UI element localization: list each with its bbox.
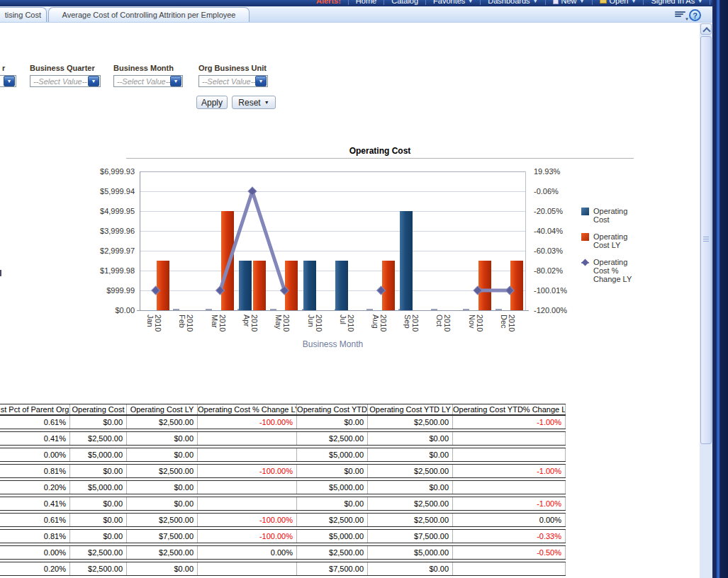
table-cell: $7,500.00 [296, 562, 367, 575]
tab-average-cost-controlling-attrition[interactable]: Average Cost of Controlling Attrition pe… [48, 7, 250, 22]
menu-item-label: Catalog [391, 0, 418, 5]
menu-item-new[interactable]: New▼ [546, 0, 593, 5]
menu-item-home[interactable]: Home [349, 0, 384, 5]
legend-swatch-icon [581, 208, 589, 215]
dropdown-arrow-icon[interactable]: ▼ [170, 76, 181, 86]
table-cell: -0.33% [452, 530, 566, 543]
table-cell: -100.00% [197, 530, 296, 543]
operating-cost-chart[interactable]: Jan2010Feb2010Mar2010Apr2010May2010Jun20… [140, 171, 526, 310]
table-cell: 0.81% [0, 465, 69, 477]
menu-item-favorites[interactable]: Favorites▼ [426, 0, 481, 5]
table-row: 0.00%$5,000.00$0.00$5,000.00$0.00 [0, 448, 566, 462]
dropdown-arrow-icon[interactable]: ▼ [255, 76, 267, 86]
page-options-caret-icon: ▼ [685, 17, 689, 21]
table-cell: $2,500.00 [296, 546, 367, 559]
reset-caret-icon: ▼ [264, 100, 269, 105]
table-cell [197, 497, 296, 510]
table-cell: $0.00 [69, 465, 126, 477]
tab-advertising-cost[interactable]: tising Cost [0, 7, 47, 22]
table-cell: $0.00 [296, 497, 367, 510]
menu-item-label: Dashboards [488, 0, 530, 5]
apply-button[interactable]: Apply [196, 96, 228, 109]
scrollbar-up-arrow[interactable] [700, 23, 712, 35]
legend-label: Operating Cost [593, 207, 636, 224]
prompt-label-cut: r [2, 64, 5, 72]
table-cell: 0.00% [0, 448, 69, 461]
legend-entry: Operating Cost [581, 207, 638, 224]
tab-label: Average Cost of Controlling Attrition pe… [62, 11, 236, 19]
legend-line-diamond-icon [581, 259, 589, 266]
table-cell: -1.00% [452, 497, 566, 510]
org-business-unit-dropdown[interactable]: --Select Value-- ▼ [198, 75, 268, 87]
menu-item-catalog[interactable]: Catalog [384, 0, 426, 5]
menu-item-open[interactable]: Open▼ [593, 0, 644, 5]
left-axis-tick-label: $0.00 [74, 306, 135, 314]
line-marker-diamond-icon [377, 286, 386, 295]
x-axis-label-oct: Oct2010 [435, 314, 451, 332]
x-axis-label-sep: Sep2010 [403, 314, 419, 332]
business-month-dropdown[interactable]: --Select Value-- ▼ [113, 75, 183, 87]
table-cell: 0.00% [452, 514, 566, 526]
reset-button[interactable]: Reset ▼ [232, 96, 276, 109]
x-axis-label-may: May2010 [274, 314, 290, 332]
table-cell: 0.00% [0, 546, 69, 559]
table-cell: $2,500.00 [367, 416, 452, 429]
table-cell: $7,500.00 [126, 530, 197, 543]
x-axis-label-feb: Feb2010 [178, 314, 194, 332]
dropdown-arrow-icon[interactable]: ▼ [88, 76, 99, 86]
window-edge [712, 0, 728, 578]
left-axis-tick-label: $1,999.98 [74, 266, 135, 275]
right-axis-tick-label: 19.93% [534, 167, 583, 176]
business-quarter-dropdown[interactable]: --Select Value-- ▼ [30, 75, 101, 87]
prompt-dropdown-cut[interactable]: ▼ [0, 75, 16, 87]
table-cell: $0.00 [296, 465, 367, 477]
caret-down-icon: ▼ [631, 0, 636, 4]
left-axis-tick-label: $999.99 [74, 286, 135, 295]
prompt-label-business-quarter: Business Quarter [30, 64, 95, 72]
table-cell: $5,000.00 [296, 530, 367, 543]
menu-item-label: Signed In As [651, 0, 695, 5]
x-axis-label-aug: Aug2010 [371, 314, 387, 332]
menu-item-signed-in-as[interactable]: Signed In As▼ [644, 0, 710, 5]
caret-down-icon: ▼ [468, 0, 473, 4]
table-cell: 0.81% [0, 530, 69, 543]
table-cell: 0.00% [197, 546, 296, 559]
line-marker-diamond-icon [152, 286, 160, 295]
table-cell: $2,500.00 [296, 514, 367, 526]
table-cell: $0.00 [367, 481, 452, 494]
table-cell: -100.00% [197, 514, 296, 526]
table-cell: $2,500.00 [126, 416, 197, 429]
table-cell: $2,500.00 [296, 432, 367, 445]
table-cell [197, 432, 296, 445]
menu-item-label: Favorites [433, 0, 465, 5]
x-axis-label-nov: Nov2010 [468, 314, 483, 332]
column-header: Operating Cost [69, 404, 126, 414]
table-row: 0.00%$2,500.00$2,500.000.00%$2,500.00$5,… [0, 545, 566, 560]
left-axis-tick-label: $2,999.97 [74, 246, 135, 255]
table-cell: $5,000.00 [69, 448, 126, 461]
right-axis-tick-label: -60.03% [534, 246, 583, 255]
global-menu: Alerts!HomeCatalogFavorites▼Dashboards▼N… [309, 0, 710, 6]
x-axis-label-dec: Dec2010 [500, 314, 515, 332]
menu-item-label: New [561, 0, 577, 5]
chart-title-separator [126, 158, 634, 159]
caret-down-icon: ▼ [533, 0, 538, 4]
table-cell [452, 481, 566, 494]
table-row: 0.41%$2,500.00$0.00$2,500.00$0.00 [0, 431, 566, 446]
left-axis-tick-label: $4,999.95 [74, 207, 135, 215]
chart-x-axis-title: Business Month [140, 339, 526, 349]
right-axis-tick-label: -0.06% [534, 187, 583, 196]
table-cell: $2,500.00 [126, 514, 197, 526]
table-cell: $2,500.00 [69, 546, 126, 559]
table-row: 0.61%$0.00$2,500.00-100.00%$2,500.00$2,5… [0, 513, 566, 527]
menu-item-alerts-[interactable]: Alerts! [309, 0, 349, 5]
menu-item-dashboards[interactable]: Dashboards▼ [481, 0, 545, 5]
page-options-icon[interactable] [675, 11, 685, 19]
left-axis-tick-label: $3,999.96 [74, 227, 135, 235]
table-cell: $2,500.00 [367, 514, 452, 526]
table-cell: -1.00% [452, 465, 566, 477]
help-icon[interactable]: ? [689, 9, 701, 21]
menu-item-label: Alerts! [316, 0, 341, 5]
x-axis-label-jan: Jan2010 [146, 314, 162, 332]
dropdown-arrow-icon[interactable]: ▼ [4, 76, 15, 86]
